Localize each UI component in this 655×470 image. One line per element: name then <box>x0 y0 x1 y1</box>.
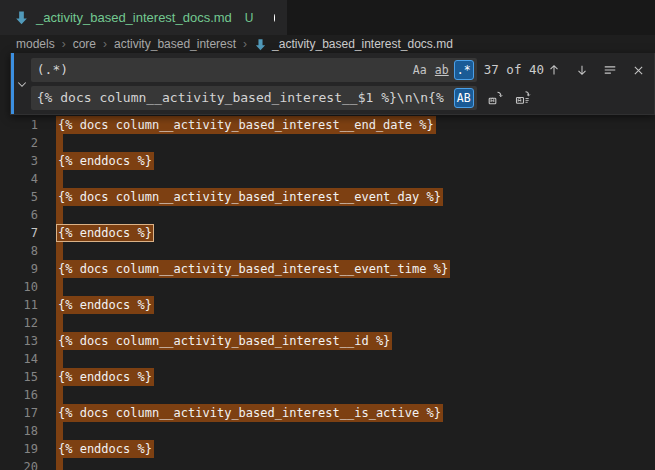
whole-word-toggle[interactable]: ab <box>432 60 452 80</box>
editor-lines[interactable]: 1{% docs column__activity_based_interest… <box>0 53 655 470</box>
line-content[interactable] <box>56 458 63 470</box>
line-number: 13 <box>0 332 38 350</box>
line-content[interactable]: {% docs column__activity_based_interest_… <box>56 332 392 350</box>
find-widget-resize-sash[interactable] <box>11 53 14 114</box>
breadcrumb-separator: › <box>103 37 107 51</box>
previous-match-arrow-up-icon[interactable] <box>544 60 564 80</box>
line-number: 16 <box>0 386 38 404</box>
preserve-case-toggle[interactable]: AB <box>454 88 474 108</box>
line-number: 19 <box>0 440 38 458</box>
editor-line[interactable]: 15{% enddocs %} <box>0 368 655 386</box>
line-content[interactable] <box>56 422 63 440</box>
line-content[interactable]: {% docs column__activity_based_interest_… <box>56 116 436 134</box>
breadcrumb: models › core › activity_based_interest … <box>0 35 655 53</box>
find-match-highlight-empty <box>56 458 63 470</box>
line-number: 17 <box>0 404 38 422</box>
line-content[interactable]: {% enddocs %} <box>56 152 154 170</box>
line-content[interactable] <box>56 278 63 296</box>
find-match-highlight: {% docs column__activity_based_interest_… <box>56 404 443 422</box>
markdown-file-icon <box>254 38 267 51</box>
editor-line[interactable]: 7{% enddocs %} <box>0 224 655 242</box>
find-match-highlight-empty <box>56 314 63 332</box>
breadcrumb-file[interactable]: _activity_based_interest_docs.md <box>254 37 453 51</box>
close-icon[interactable] <box>628 60 648 80</box>
find-match-highlight: {% docs column__activity_based_interest_… <box>56 188 443 206</box>
editor-line[interactable]: 2 <box>0 134 655 152</box>
line-content[interactable] <box>56 314 63 332</box>
next-match-arrow-down-icon[interactable] <box>572 60 592 80</box>
line-number: 11 <box>0 296 38 314</box>
line-content[interactable] <box>56 386 63 404</box>
line-content[interactable]: {% enddocs %} <box>56 296 154 314</box>
editor-line[interactable]: 11{% enddocs %} <box>0 296 655 314</box>
find-match-highlight-empty <box>56 422 63 440</box>
line-content[interactable] <box>56 350 63 368</box>
editor-line[interactable]: 8 <box>0 242 655 260</box>
breadcrumb-file-label: _activity_based_interest_docs.md <box>272 37 453 51</box>
replace-icon[interactable] <box>485 88 505 108</box>
line-number: 6 <box>0 206 38 224</box>
replace-all-icon[interactable] <box>513 88 533 108</box>
line-number: 9 <box>0 260 38 278</box>
results-count: 37 of 40 <box>484 61 544 79</box>
find-match-highlight-empty <box>56 170 63 188</box>
editor-line[interactable]: 4 <box>0 170 655 188</box>
breadcrumb-separator: › <box>243 37 247 51</box>
breadcrumb-item-models[interactable]: models <box>16 37 55 51</box>
line-content[interactable] <box>56 206 63 224</box>
match-case-toggle[interactable]: Aa <box>410 60 430 80</box>
editor-line[interactable]: 14 <box>0 350 655 368</box>
editor-line[interactable]: 18 <box>0 422 655 440</box>
editor-line[interactable]: 3{% enddocs %} <box>0 152 655 170</box>
unsaved-changes-dot[interactable] <box>274 14 275 22</box>
line-content[interactable]: {% docs column__activity_based_interest_… <box>56 404 443 422</box>
line-number: 3 <box>0 152 38 170</box>
find-input[interactable]: (.*) Aa ab .* <box>31 58 477 82</box>
breadcrumb-item-core[interactable]: core <box>73 37 96 51</box>
line-number: 14 <box>0 350 38 368</box>
line-content[interactable]: {% docs column__activity_based_interest_… <box>56 188 443 206</box>
find-match-highlight-empty <box>56 134 63 152</box>
line-content[interactable]: {% enddocs %} <box>56 224 154 242</box>
find-in-selection-icon[interactable] <box>600 60 620 80</box>
line-number: 20 <box>0 458 38 470</box>
tab-active-file[interactable]: _activity_based_interest_docs.md U <box>0 0 287 35</box>
find-query: (.*) <box>37 61 408 79</box>
editor-line[interactable]: 6 <box>0 206 655 224</box>
line-content[interactable] <box>56 242 63 260</box>
find-match-highlight: {% docs column__activity_based_interest_… <box>56 332 392 350</box>
editor-line[interactable]: 19{% enddocs %} <box>0 440 655 458</box>
markdown-file-icon <box>14 10 29 25</box>
replace-value: {% docs column__activity_based_interest_… <box>37 89 452 107</box>
editor[interactable]: 1{% docs column__activity_based_interest… <box>0 53 655 470</box>
editor-line[interactable]: 5{% docs column__activity_based_interest… <box>0 188 655 206</box>
replace-input[interactable]: {% docs column__activity_based_interest_… <box>31 86 477 110</box>
regex-toggle[interactable]: .* <box>454 60 474 80</box>
editor-line[interactable]: 10 <box>0 278 655 296</box>
line-content[interactable]: {% enddocs %} <box>56 440 154 458</box>
line-content[interactable] <box>56 170 63 188</box>
line-content[interactable]: {% enddocs %} <box>56 368 154 386</box>
git-status-badge: U <box>245 11 254 25</box>
editor-line[interactable]: 9{% docs column__activity_based_interest… <box>0 260 655 278</box>
editor-line[interactable]: 17{% docs column__activity_based_interes… <box>0 404 655 422</box>
line-number: 7 <box>0 224 38 242</box>
find-match-highlight-empty <box>56 386 63 404</box>
editor-line[interactable]: 20 <box>0 458 655 470</box>
line-content[interactable] <box>56 134 63 152</box>
editor-line[interactable]: 16 <box>0 386 655 404</box>
editor-line[interactable]: 12 <box>0 314 655 332</box>
breadcrumb-item-activity-based-interest[interactable]: activity_based_interest <box>114 37 236 51</box>
find-row: (.*) Aa ab .* 37 of 40 <box>31 58 650 82</box>
tab-bar: _activity_based_interest_docs.md U <box>0 0 655 35</box>
line-content[interactable]: {% docs column__activity_based_interest_… <box>56 260 450 278</box>
find-match-highlight: {% enddocs %} <box>56 368 154 386</box>
find-match-highlight: {% enddocs %} <box>56 296 154 314</box>
toggle-replace-chevron-down-icon[interactable] <box>14 53 31 114</box>
line-number: 12 <box>0 314 38 332</box>
replace-row: {% docs column__activity_based_interest_… <box>31 86 650 110</box>
line-number: 1 <box>0 116 38 134</box>
find-match-highlight: {% docs column__activity_based_interest_… <box>56 116 436 134</box>
editor-line[interactable]: 13{% docs column__activity_based_interes… <box>0 332 655 350</box>
editor-line[interactable]: 1{% docs column__activity_based_interest… <box>0 116 655 134</box>
